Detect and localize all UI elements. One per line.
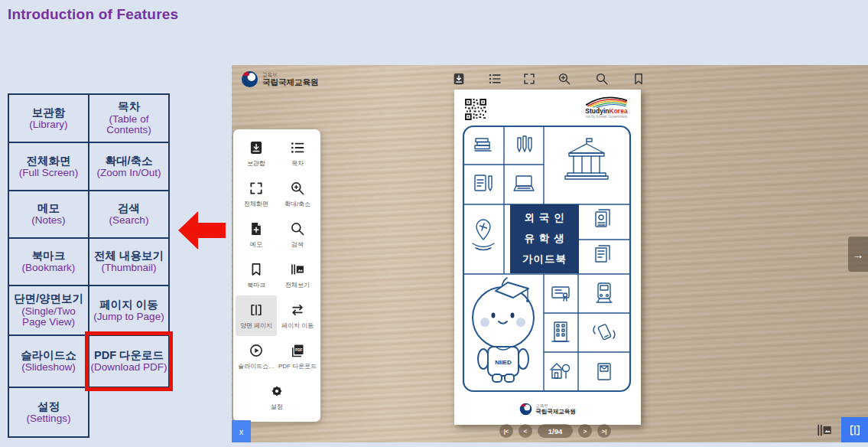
menu-close-button[interactable]: x [232,420,251,442]
book-title-line: 가이드북 [522,253,567,266]
studyinkorea-tagline: run by Korean Government [580,115,633,119]
menu-item-fullscreen[interactable]: 전체화면 [236,175,277,215]
toolbar-library-button[interactable] [452,72,466,86]
feature-korean: 설정 [10,400,87,413]
two-page-view-toggle-button[interactable] [841,417,868,442]
thumbnail-view-button[interactable] [816,422,833,439]
two-page-icon [848,423,862,437]
fullscreen-icon [522,72,536,86]
zoom-in-icon [290,181,305,196]
toc-icon [488,72,502,86]
menu-item-library[interactable]: 보관함 [236,134,277,175]
feature-english: (Table of Contents) [90,114,167,136]
feature-english: (Single/Two Page View) [10,306,87,328]
toolbar-fullscreen-button[interactable] [522,72,536,86]
search-icon [290,221,305,237]
two-page-icon [249,302,264,318]
menu-item-search[interactable]: 검색 [277,215,318,256]
jump-page-icon [290,302,305,318]
page-title: Introduction of Features [8,6,178,23]
feature-cell-thumbnail: 전체 내용보기(Thumbnail) [89,238,169,285]
feature-cell-library: 보관함(Library) [8,94,89,142]
feature-korean: 전체화면 [10,155,87,168]
toolbar-toc-button[interactable] [488,72,502,86]
feature-korean: 북마크 [10,250,87,263]
cover-footer-brand: 교육부 국립국제교육원 [454,403,641,416]
table-row: 보관함(Library) 목차(Table of Contents) [8,94,169,142]
red-left-arrow [178,211,226,250]
table-row: 메모(Notes) 검색(Search) [8,191,169,238]
menu-item-memo[interactable]: 메모 [236,215,277,256]
last-page-button[interactable]: >| [597,424,611,438]
feature-cell-search: 검색(Search) [89,191,169,238]
menu-item-thumbnail[interactable]: 전체보기 [277,256,318,296]
feature-cell-fullscreen: 전체화면(Full Screen) [8,142,89,191]
menu-item-zoom[interactable]: 확대/축소 [277,175,318,215]
library-icon [452,72,466,86]
feature-cell-bookmark: 북마크(Bookmark) [8,238,89,285]
menu-item-label: 확대/축소 [284,200,310,208]
feature-english: (Settings) [10,413,87,425]
menu-item-label: PDF 다운로드 [278,362,317,370]
right-arrow-icon: → [853,248,864,261]
feature-english: (Search) [90,215,167,227]
toolbar-search-button[interactable] [595,72,609,86]
feature-korean: 목차 [90,100,167,113]
feature-cell-notes: 메모(Notes) [8,191,89,238]
book-cover-page: StudyinKorea run by Korean Government [454,90,641,425]
menu-item-label: 목차 [291,159,304,168]
toc-icon [290,140,305,155]
feature-korean: 슬라이드쇼 [10,349,87,362]
menu-item-toc[interactable]: 목차 [277,134,318,175]
menu-item-jump-page[interactable]: 페이지 이동 [277,295,318,336]
table-row: 북마크(Bookmark) 전체 내용보기(Thumbnail) [8,238,169,285]
table-row: 설정(Settings) [8,387,169,437]
menu-item-label: 북마크 [247,281,265,289]
menu-item-label: 페이지 이동 [281,321,314,330]
next-page-button-small[interactable]: > [578,424,592,438]
gov-logo-icon [241,70,258,88]
features-table: 보관함(Library) 목차(Table of Contents) 전체화면(… [8,93,170,438]
feature-english: (Bookmark) [10,263,87,274]
menu-item-label: 슬라이드쇼… [238,362,275,370]
feature-cell-slideshow: 슬라이드쇼(Slideshow) [8,335,89,387]
studyinkorea-logo: StudyinKorea run by Korean Government [580,96,633,119]
feature-english: (Thumbnail) [90,263,167,274]
book-title-block: 외 국 인 유 학 생 가이드북 [510,204,579,273]
thumbnail-icon [816,422,833,439]
slideshow-icon [249,343,264,358]
studyinkorea-swoosh-icon [584,96,629,108]
feature-english: (Full Screen) [10,168,87,179]
gov-logo-icon [519,403,532,416]
menu-item-label: 전체보기 [285,281,310,289]
first-page-button[interactable]: |< [499,424,513,438]
toolbar-zoom-button[interactable] [558,72,571,86]
menu-item-settings[interactable]: 설정 [236,377,318,417]
fullscreen-icon [249,181,264,196]
previous-page-button[interactable]: < [519,424,532,438]
toolbar-bookmark-button[interactable] [632,72,645,86]
feature-cell-jump-page: 페이지 이동(Jump to Page) [89,285,169,335]
zoom-in-icon [558,72,571,86]
page-indicator[interactable]: 1/94 [538,424,573,438]
menu-item-label: 메모 [250,240,262,249]
studyinkorea-text-prefix: Studyin [585,107,609,115]
feature-cell-page-view: 단면/양면보기(Single/Two Page View) [8,285,89,335]
menu-item-label: 전체화면 [244,200,268,208]
ebook-viewer-screenshot: 교육부 국립국제교육원 보관함 목차 전체화면 확대/축소 메모 검색 북마크 … [232,65,868,442]
book-title-line: 외 국 인 [524,211,564,225]
studyinkorea-text-suffix: Korea [610,107,628,115]
feature-english: (Download PDF) [90,362,167,374]
feature-korean: 검색 [90,202,167,215]
menu-item-label: 보관함 [247,159,265,168]
bookmark-icon [632,72,645,86]
next-page-button[interactable]: → [848,237,868,272]
menu-item-slideshow[interactable]: 슬라이드쇼… [236,336,277,377]
search-icon [595,72,609,86]
menu-item-bookmark[interactable]: 북마크 [236,256,277,296]
menu-item-label: 양면 페이지 [240,321,272,330]
menu-item-two-page-selected[interactable]: 양면 페이지 [236,295,277,336]
feature-english: (Zoom In/Out) [90,168,167,179]
menu-item-pdf-download[interactable]: PDF 다운로드 [277,336,318,377]
settings-gear-icon [269,383,284,399]
